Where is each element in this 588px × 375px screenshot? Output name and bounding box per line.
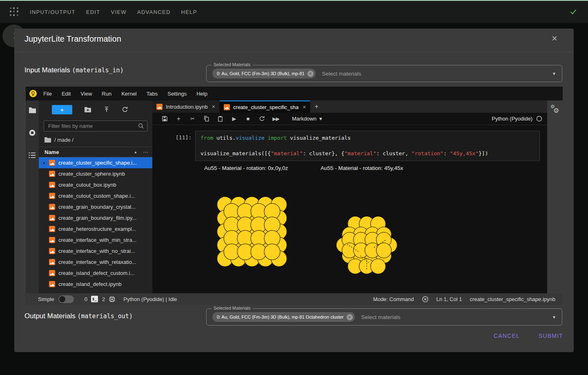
new-launcher-button[interactable]: + — [52, 105, 72, 114]
menu-help[interactable]: HELP — [181, 9, 197, 15]
cursor-position[interactable]: Ln 1, Col 1 — [437, 296, 462, 302]
code-token: "material" — [271, 150, 303, 156]
menu-input-output[interactable]: INPUT/OUTPUT — [30, 9, 76, 15]
file-filter-input[interactable] — [44, 121, 147, 132]
code-line: visualize_materials([{"material": cluste… — [200, 150, 535, 157]
input-material-chip[interactable]: 0: Au, Gold, FCC (Fm-3m) 3D (Bulk), mp-8… — [212, 69, 316, 78]
file-item[interactable]: create_interface_with_no_strai... — [39, 246, 152, 257]
kernel-selector[interactable]: Python (Pyodide) — [492, 116, 542, 122]
new-folder-icon[interactable] — [84, 107, 91, 113]
jupyterlite-logo-icon — [29, 90, 37, 97]
jupyter-menu-run[interactable]: Run — [102, 91, 111, 97]
app-logo-icon[interactable] — [10, 7, 19, 16]
output-materials-select[interactable]: Selected Materials 0: Au, Gold, FCC (Fm-… — [206, 308, 562, 326]
chip-remove-icon[interactable]: × — [307, 71, 314, 77]
code-cell[interactable]: from utils.visualize import visualize_ma… — [195, 131, 540, 161]
file-item[interactable]: create_island_defect_custom.i... — [39, 268, 152, 279]
sort-asc-icon[interactable]: ▲ — [134, 150, 137, 154]
breadcrumb[interactable]: / made / — [39, 135, 152, 144]
chip-remove-icon[interactable]: × — [347, 314, 353, 320]
code-token: : — [443, 150, 450, 156]
kernel-status-text[interactable]: Python (Pyodide) | Idle — [123, 296, 177, 302]
code-token: : cluster, — [376, 150, 412, 156]
tab-label: Introduction.ipynb — [166, 104, 208, 110]
kernel-count[interactable]: 2 — [102, 296, 105, 302]
paste-icon[interactable] — [217, 116, 224, 122]
jupyter-menu-help[interactable]: Help — [196, 91, 207, 97]
jupyter-menu-file[interactable]: File — [43, 91, 52, 97]
cell-type-dropdown[interactable]: Markdown ▾ — [292, 116, 322, 122]
tab-inactive[interactable]: Introduction.ipynb× — [152, 100, 220, 113]
file-name: create_island_defect.ipynb — [58, 281, 122, 287]
file-browser-icon[interactable] — [29, 107, 36, 114]
file-item[interactable]: create_cluster_sphere.ipynb — [39, 168, 152, 179]
chevron-down-icon[interactable]: ▼ — [552, 71, 556, 76]
close-icon[interactable]: × — [552, 33, 557, 43]
upload-icon[interactable] — [103, 106, 110, 113]
more-icon[interactable]: ⋯ — [143, 149, 148, 155]
chevron-down-icon[interactable]: ▼ — [552, 315, 556, 319]
code-token: visualize_materials([{ — [200, 150, 271, 156]
input-materials-select[interactable]: Selected Materials 0: Au, Gold, FCC (Fm-… — [206, 65, 562, 82]
table-of-contents-icon[interactable] — [29, 152, 36, 158]
simple-mode-toggle[interactable] — [58, 295, 74, 303]
menu-view[interactable]: VIEW — [111, 9, 126, 15]
notebook-content[interactable]: [11]: from utils.visualize import visual… — [152, 125, 547, 293]
mode-indicator[interactable]: Mode: Command — [373, 296, 414, 302]
file-list-header[interactable]: Name ▲ ⋯ — [39, 147, 152, 157]
jupyter-menu-kernel[interactable]: Kernel — [121, 91, 137, 97]
jupyter-body: + / made / Name ▲ — [26, 100, 563, 293]
terminal-count[interactable]: 0 — [85, 296, 87, 302]
copy-icon[interactable] — [203, 116, 210, 122]
cut-icon[interactable]: ✂ — [189, 116, 196, 122]
file-item[interactable]: create_interface_with_relaxatio... — [39, 257, 152, 268]
jupyter-menubar: FileEditViewRunKernelTabsSettingsHelp — [26, 87, 563, 100]
tab-active[interactable]: create_cluster_specific_sha× — [220, 100, 311, 113]
submit-button[interactable]: SUBMIT — [539, 333, 563, 339]
file-item[interactable]: create_island_defect.ipynb — [39, 279, 152, 290]
tab-close-icon[interactable]: × — [303, 104, 306, 110]
file-item[interactable]: ●create_cluster_specific_shape.i... — [39, 157, 152, 168]
notebook-file-icon — [49, 160, 55, 166]
file-name: create_heterostructure_exampl... — [58, 226, 136, 232]
file-item[interactable]: create_grain_boundary_film.ipy... — [39, 212, 152, 223]
jupyter-menu-view[interactable]: View — [80, 91, 92, 97]
input-select-placeholder: Select materials — [322, 71, 361, 77]
jupyter-menu-settings[interactable]: Settings — [167, 91, 187, 97]
stop-icon[interactable]: ■ — [245, 116, 252, 122]
jupyter-menu-tabs[interactable]: Tabs — [147, 91, 158, 97]
active-file-name: create_cluster_specific_shape.ipynb — [470, 296, 555, 302]
output-field-legend: Selected Materials — [212, 306, 253, 310]
code-token: import — [267, 135, 287, 141]
cancel-button[interactable]: CANCEL — [494, 333, 520, 339]
cluster-visualization-front — [217, 195, 287, 268]
notebook-file-icon — [49, 171, 55, 177]
save-icon[interactable] — [161, 116, 168, 122]
dialog-header: JupyterLite Transformation × — [14, 29, 574, 52]
status-check-icon — [569, 8, 577, 16]
output-material-chip[interactable]: 0: Au, Gold, FCC (Fm-3m) 3D (Bulk), mp-8… — [212, 312, 355, 322]
run-icon[interactable]: ▶ — [231, 116, 238, 122]
trust-shield-icon — [422, 296, 429, 303]
screen: INPUT/OUTPUTEDITVIEWADVANCEDHELP Jupyter… — [0, 0, 588, 375]
file-item[interactable]: create_cutout_box.ipynb — [39, 179, 152, 190]
menu-edit[interactable]: EDIT — [86, 9, 100, 15]
output-materials-text: Output Materials — [24, 312, 77, 320]
output-label-2: Au55 - Material - rotation: 45y,45x — [321, 165, 403, 171]
file-item[interactable]: create_interface_with_min_stra... — [39, 234, 152, 246]
file-name: create_cluster_specific_shape.i... — [58, 160, 137, 166]
jupyter-menu-edit[interactable]: Edit — [62, 91, 71, 97]
file-item[interactable]: create_heterostructure_exampl... — [39, 223, 152, 234]
file-item[interactable]: create_grain_boundary_crystal... — [39, 201, 152, 212]
menu-advanced[interactable]: ADVANCED — [137, 9, 171, 15]
file-item[interactable]: create_cutout_custom_shape.i... — [39, 190, 152, 201]
restart-kernel-icon[interactable] — [258, 116, 265, 122]
refresh-icon[interactable] — [122, 106, 128, 113]
insert-cell-icon[interactable]: + — [175, 115, 182, 123]
terminal-icon: $_ — [91, 296, 98, 302]
running-kernels-icon[interactable] — [29, 129, 36, 136]
add-tab-icon[interactable]: + — [314, 103, 318, 110]
output-label-1: Au55 - Material - rotation: 0x,0y,0z — [204, 165, 288, 171]
run-all-icon[interactable]: ▶▶ — [272, 116, 279, 122]
tab-close-icon[interactable]: × — [212, 103, 215, 110]
